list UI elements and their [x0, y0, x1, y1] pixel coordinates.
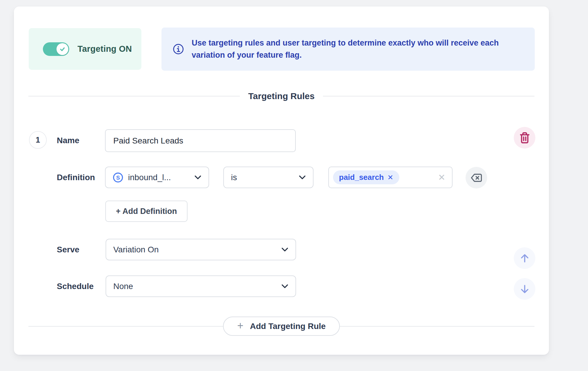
string-type-icon: S	[113, 172, 123, 183]
schedule-value: None	[113, 282, 133, 291]
name-label: Name	[57, 136, 79, 145]
add-targeting-rule-button[interactable]: + Add Targeting Rule	[223, 317, 340, 336]
info-banner-text: Use targeting rules and user targeting t…	[192, 37, 520, 61]
chevron-down-icon	[194, 175, 201, 180]
serve-label: Serve	[57, 245, 79, 254]
definition-operator-select[interactable]: is	[223, 167, 314, 188]
move-rule-down-button[interactable]	[514, 278, 535, 300]
definition-operator-value: is	[231, 173, 237, 182]
add-definition-button[interactable]: + Add Definition	[105, 201, 188, 222]
arrow-down-icon	[519, 283, 530, 295]
check-icon	[59, 46, 66, 52]
divider-line	[28, 326, 223, 327]
serve-select[interactable]: Variation On	[106, 239, 296, 260]
serve-value: Variation On	[113, 245, 159, 254]
definition-property-select[interactable]: S inbound_l...	[105, 167, 209, 188]
add-targeting-rule-label: Add Targeting Rule	[250, 322, 326, 331]
arrow-up-icon	[519, 253, 530, 264]
targeting-status-box: Targeting ON	[29, 28, 141, 70]
chevron-down-icon	[281, 247, 288, 252]
info-icon	[173, 43, 184, 55]
chevron-down-icon	[299, 175, 306, 180]
rule-number-badge: 1	[29, 131, 47, 149]
divider-line	[340, 326, 534, 327]
value-chip-label: paid_search	[339, 173, 384, 182]
value-chip: paid_search ✕	[333, 170, 399, 184]
rule-name-input[interactable]	[105, 129, 296, 152]
schedule-label: Schedule	[57, 282, 93, 291]
definition-label: Definition	[57, 173, 95, 182]
section-title: Targeting Rules	[240, 91, 323, 101]
targeting-toggle[interactable]	[43, 42, 69, 56]
clear-values-icon[interactable]: ✕	[438, 173, 445, 182]
toggle-knob	[56, 43, 68, 55]
schedule-select[interactable]: None	[106, 275, 296, 297]
section-header: Targeting Rules	[28, 91, 534, 101]
footer-row: + Add Targeting Rule	[28, 317, 534, 336]
divider-line	[28, 96, 240, 96]
trash-icon	[519, 132, 530, 144]
delete-rule-button[interactable]	[514, 127, 535, 149]
plus-icon: +	[237, 320, 243, 331]
targeting-status-label: Targeting ON	[77, 44, 132, 54]
definition-property-value: inbound_l...	[128, 173, 171, 182]
info-banner: Use targeting rules and user targeting t…	[161, 28, 535, 71]
backspace-button[interactable]	[466, 167, 487, 188]
chip-remove-icon[interactable]: ✕	[387, 174, 393, 181]
svg-text:S: S	[116, 175, 120, 181]
move-rule-up-button[interactable]	[514, 247, 535, 269]
targeting-card: Targeting ON Use targeting rules and use…	[14, 7, 549, 355]
chevron-down-icon	[281, 284, 288, 288]
definition-values-input[interactable]: paid_search ✕ ✕	[328, 167, 453, 188]
backspace-icon	[471, 173, 482, 182]
divider-line	[323, 96, 534, 96]
